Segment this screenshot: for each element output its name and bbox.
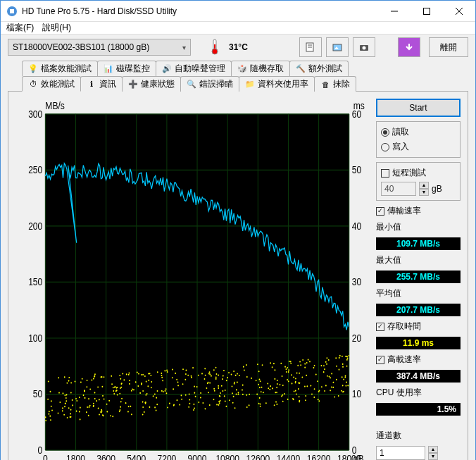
svg-point-364 bbox=[205, 408, 206, 409]
svg-point-145 bbox=[287, 367, 288, 368]
svg-text:40: 40 bbox=[352, 220, 361, 232]
minimize-button[interactable] bbox=[378, 1, 411, 22]
svg-point-399 bbox=[305, 399, 306, 401]
copy-text-button[interactable] bbox=[299, 37, 322, 57]
exit-button[interactable]: 離開 bbox=[429, 37, 468, 57]
svg-point-94 bbox=[343, 378, 344, 380]
svg-point-245 bbox=[269, 389, 270, 390]
tab-info[interactable]: ℹ資訊 bbox=[80, 76, 123, 92]
svg-point-97 bbox=[102, 395, 104, 397]
svg-point-496 bbox=[276, 404, 277, 405]
svg-text:250: 250 bbox=[28, 164, 42, 175]
svg-point-194 bbox=[119, 393, 120, 394]
svg-point-328 bbox=[142, 401, 144, 402]
svg-point-185 bbox=[229, 399, 230, 401]
maximize-button[interactable] bbox=[411, 1, 443, 22]
svg-point-342 bbox=[342, 376, 343, 378]
tab-random-access[interactable]: 🎲隨機存取 bbox=[231, 61, 290, 76]
svg-point-115 bbox=[218, 387, 219, 389]
svg-point-356 bbox=[198, 402, 199, 403]
svg-point-458 bbox=[293, 399, 294, 400]
tab-health[interactable]: ➕健康狀態 bbox=[122, 76, 181, 92]
save-button[interactable] bbox=[398, 37, 420, 57]
radio-read[interactable]: 讀取 bbox=[381, 126, 456, 138]
checkbox-checked-icon: ✓ bbox=[376, 323, 384, 331]
spin-up[interactable]: ▲ bbox=[419, 182, 429, 189]
tab-error-scan[interactable]: 🔍錯誤掃瞄 bbox=[180, 76, 239, 92]
svg-point-326 bbox=[195, 396, 196, 397]
screenshot-button[interactable] bbox=[353, 37, 375, 57]
svg-point-490 bbox=[120, 387, 121, 389]
drive-select[interactable]: ST18000VE002-3BS101 (18000 gB) ▾ bbox=[8, 39, 191, 56]
svg-point-287 bbox=[306, 385, 308, 387]
min-value: 109.7 MB/s bbox=[376, 237, 461, 250]
tab-folder-usage[interactable]: 📁資料夾使用率 bbox=[239, 76, 315, 92]
svg-text:0: 0 bbox=[38, 445, 43, 456]
svg-point-278 bbox=[70, 409, 72, 411]
svg-text:200: 200 bbox=[28, 220, 42, 232]
svg-point-120 bbox=[286, 371, 287, 373]
svg-point-122 bbox=[287, 379, 288, 380]
svg-point-103 bbox=[220, 400, 221, 402]
svg-point-139 bbox=[80, 407, 81, 409]
svg-point-469 bbox=[242, 385, 244, 386]
svg-point-375 bbox=[323, 365, 325, 366]
svg-point-293 bbox=[282, 375, 283, 377]
spin-up[interactable]: ▲ bbox=[428, 446, 438, 453]
radio-write[interactable]: 寫入 bbox=[381, 141, 456, 153]
svg-point-482 bbox=[260, 404, 261, 405]
tab-benchmark[interactable]: ⏱效能測試 bbox=[22, 76, 81, 92]
svg-point-248 bbox=[146, 381, 147, 383]
copy-screenshot-button[interactable] bbox=[326, 37, 349, 57]
tab-erase[interactable]: 🗑抹除 bbox=[314, 76, 356, 92]
temperature-value: 31°C bbox=[229, 42, 253, 52]
svg-point-317 bbox=[68, 380, 70, 381]
svg-point-134 bbox=[135, 381, 137, 383]
channel-value[interactable] bbox=[376, 446, 425, 460]
svg-point-235 bbox=[224, 395, 225, 397]
svg-point-244 bbox=[108, 400, 110, 402]
svg-point-312 bbox=[274, 378, 275, 380]
svg-point-395 bbox=[258, 384, 259, 385]
svg-point-267 bbox=[304, 367, 306, 368]
check-access-time[interactable]: ✓存取時間 bbox=[376, 321, 461, 332]
svg-point-258 bbox=[113, 390, 114, 392]
svg-point-309 bbox=[154, 394, 156, 395]
spin-down[interactable]: ▼ bbox=[428, 453, 438, 460]
check-burst-rate[interactable]: ✓高載速率 bbox=[376, 354, 461, 366]
check-transfer-rate[interactable]: ✓傳輸速率 bbox=[376, 205, 461, 217]
svg-point-147 bbox=[126, 373, 127, 375]
svg-point-255 bbox=[246, 394, 247, 396]
svg-point-301 bbox=[209, 404, 211, 406]
spin-down[interactable]: ▼ bbox=[419, 189, 429, 196]
short-test-value[interactable] bbox=[381, 182, 416, 196]
burst-value: 387.4 MB/s bbox=[376, 370, 461, 383]
svg-point-459 bbox=[315, 373, 317, 375]
menu-file[interactable]: 檔案(F) bbox=[6, 22, 34, 34]
svg-point-158 bbox=[101, 386, 103, 387]
svg-point-189 bbox=[65, 400, 67, 402]
svg-point-268 bbox=[150, 375, 151, 376]
menu-help[interactable]: 說明(H) bbox=[42, 22, 71, 34]
start-button[interactable]: Start bbox=[376, 99, 461, 117]
svg-text:1800: 1800 bbox=[66, 453, 85, 460]
tab-extra-tests[interactable]: 🔨額外測試 bbox=[289, 61, 349, 76]
benchmark-chart: 0501001502002503000180036005400720090001… bbox=[15, 99, 370, 460]
svg-point-102 bbox=[165, 390, 166, 392]
tab-disk-monitor[interactable]: 📊磁碟監控 bbox=[97, 61, 156, 76]
svg-point-250 bbox=[288, 371, 289, 373]
svg-point-112 bbox=[70, 382, 72, 383]
svg-point-150 bbox=[94, 392, 96, 393]
svg-point-187 bbox=[275, 401, 277, 402]
tab-file-benchmark[interactable]: 💡檔案效能測試 bbox=[22, 61, 98, 76]
svg-point-423 bbox=[242, 389, 243, 390]
tab-aam[interactable]: 🔊自動噪聲管理 bbox=[156, 61, 232, 76]
svg-point-206 bbox=[305, 395, 306, 397]
svg-point-509 bbox=[83, 394, 84, 396]
svg-point-366 bbox=[132, 389, 133, 390]
app-icon bbox=[6, 6, 18, 17]
check-short-test[interactable]: 短程測試 bbox=[381, 167, 456, 179]
svg-point-415 bbox=[98, 408, 99, 409]
close-button[interactable] bbox=[443, 1, 475, 22]
svg-point-210 bbox=[284, 366, 286, 368]
